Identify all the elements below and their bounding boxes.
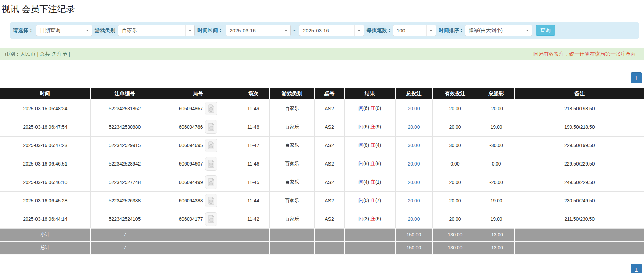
cell-total-bet: 20.00 [395, 99, 432, 118]
total-empty [314, 241, 344, 254]
video-replay-button[interactable] [205, 139, 217, 152]
cell-remark: 229.50/229.50 [515, 155, 644, 173]
cell-result: 闲(6) 庄(0) [344, 99, 395, 118]
result-player-score: (0) [363, 198, 370, 203]
total-label: 总计 [0, 241, 90, 254]
cell-payout: 19.00 [478, 191, 515, 210]
video-file-icon [208, 215, 215, 223]
cell-remark: 218.50/198.50 [515, 99, 644, 118]
cell-time: 2025-03-16 06:44:14 [0, 210, 90, 228]
video-file-icon [208, 123, 215, 131]
cell-payout: -30.00 [478, 136, 515, 155]
search-button[interactable]: 查询 [536, 25, 555, 36]
column-header-remark: 备注 [515, 88, 644, 99]
result-banker-score: (8) [375, 161, 381, 166]
total-bet-link[interactable]: 20.00 [408, 124, 420, 130]
result-player-label: 闲 [358, 179, 363, 185]
total-bet-link[interactable]: 20.00 [408, 106, 420, 111]
video-file-icon [208, 178, 215, 186]
time-sort-value: 降幂(由大到小) [465, 27, 523, 34]
cell-payout: 19.00 [478, 118, 515, 136]
cell-game-type: 百家乐 [269, 191, 314, 210]
result-player-score: (8) [363, 161, 370, 166]
cell-remark: 230.50/249.50 [515, 191, 644, 210]
cell-total-bet: 20.00 [395, 191, 432, 210]
round-id-group: 606094867 [179, 102, 217, 115]
total-empty [159, 241, 237, 254]
cell-game-type: 百家乐 [269, 118, 314, 136]
cell-table-no: AS2 [314, 155, 344, 173]
game-category-select[interactable]: 百家乐 [118, 25, 195, 36]
cell-session: 11-49 [237, 99, 269, 118]
cell-round-id: 606094177 [159, 210, 237, 228]
page-button-1[interactable]: 1 [631, 264, 642, 273]
video-file-icon [208, 141, 215, 149]
page-size-select[interactable]: 100 [393, 25, 436, 36]
cell-round-id: 606094786 [159, 118, 237, 136]
column-header-table-no: 桌号 [314, 88, 344, 99]
round-id-group: 606094786 [179, 120, 217, 134]
round-id-text: 606094177 [179, 216, 203, 222]
total-bet-link[interactable]: 20.00 [408, 179, 420, 185]
pagination-bottom: 1 [0, 264, 644, 273]
result-banker-score: (4) [375, 142, 381, 148]
cell-total-bet: 20.00 [395, 173, 432, 191]
cell-session: 11-44 [237, 191, 269, 210]
result-banker-score: (6) [375, 216, 381, 221]
cell-bet-id: 522342529915 [90, 136, 159, 155]
table-body: 2025-03-16 06:48:24522342531862606094867… [0, 99, 644, 254]
cell-total-bet: 20.00 [395, 210, 432, 228]
query-type-select[interactable]: 日期查询 [36, 25, 92, 36]
valid-bet-note: 同局有效投注，统一计算在该局第一张注单内 [533, 51, 636, 57]
result-player-score: (8) [363, 142, 370, 148]
subtotal-empty [314, 228, 344, 241]
cell-time: 2025-03-16 06:45:28 [0, 191, 90, 210]
table-row: 2025-03-16 06:47:23522342529915606094695… [0, 136, 644, 155]
cell-time: 2025-03-16 06:46:51 [0, 155, 90, 173]
page-button-1[interactable]: 1 [631, 72, 642, 83]
cell-table-no: AS2 [314, 118, 344, 136]
round-id-group: 606094177 [179, 212, 217, 226]
cell-round-id: 606094607 [159, 155, 237, 173]
chevron-down-icon [426, 25, 436, 36]
total-payout: -13.00 [478, 241, 515, 254]
video-replay-button[interactable] [205, 175, 217, 189]
result-player-label: 闲 [358, 142, 363, 148]
result-banker-score: (9) [375, 124, 381, 129]
subtotal-total-bet: 150.00 [395, 228, 432, 241]
video-replay-button[interactable] [205, 157, 217, 171]
video-replay-button[interactable] [205, 102, 217, 115]
chevron-down-icon [83, 25, 92, 36]
total-bet-link[interactable]: 30.00 [408, 143, 420, 148]
page-size-value: 100 [393, 28, 426, 33]
result-player-score: (6) [363, 105, 370, 111]
date-from-value: 2025-03-16 [226, 28, 281, 33]
column-header-total-bet: 总投注 [395, 88, 432, 99]
total-bet-link[interactable]: 20.00 [408, 216, 420, 222]
round-id-text: 606094695 [179, 143, 203, 148]
cell-bet-id: 522342527748 [90, 173, 159, 191]
bet-records-table: 时间注单编号局号场次游戏类别桌号结果总投注有效投注总派彩备注 2025-03-1… [0, 88, 644, 255]
date-to-select[interactable]: 2025-03-16 [299, 25, 364, 36]
date-from-select[interactable]: 2025-03-16 [226, 25, 291, 36]
column-header-valid-bet: 有效投注 [432, 88, 478, 99]
cell-table-no: AS2 [314, 210, 344, 228]
cell-round-id: 606094388 [159, 191, 237, 210]
total-bet-link[interactable]: 20.00 [408, 198, 420, 203]
cell-valid-bet: 20.00 [432, 99, 478, 118]
video-file-icon [208, 197, 215, 205]
column-header-result: 结果 [344, 88, 395, 99]
result-banker-score: (1) [375, 179, 381, 185]
round-id-group: 606094388 [179, 194, 217, 207]
video-replay-button[interactable] [205, 120, 217, 134]
video-replay-button[interactable] [205, 194, 217, 207]
cell-round-id: 606094695 [159, 136, 237, 155]
page: 视讯 会员下注纪录 请选择： 日期查询 游戏类别 百家乐 时间区间： 2025-… [0, 0, 644, 273]
column-header-time: 时间 [0, 88, 90, 99]
time-sort-select[interactable]: 降幂(由大到小) [465, 25, 532, 36]
video-replay-button[interactable] [205, 212, 217, 226]
total-bet-link[interactable]: 20.00 [408, 161, 420, 167]
round-id-text: 606094867 [179, 106, 203, 111]
result-banker-label: 庄 [370, 216, 375, 221]
cell-valid-bet: 0.00 [432, 155, 478, 173]
